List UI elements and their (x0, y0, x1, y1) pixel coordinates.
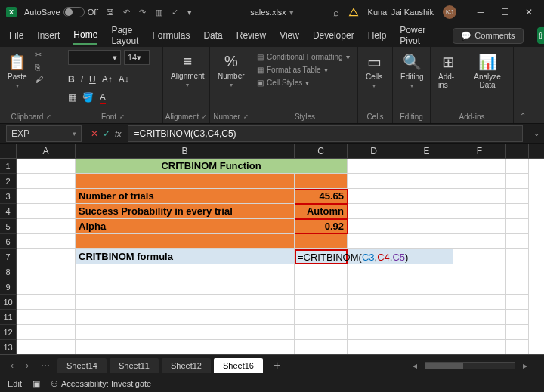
cell[interactable] (453, 325, 506, 340)
tab-view[interactable]: View (280, 27, 299, 44)
cell[interactable] (400, 159, 453, 174)
qat-dropdown-icon[interactable]: ▾ (187, 8, 192, 17)
format-painter-icon[interactable]: 🖌 (35, 75, 43, 84)
tab-file[interactable]: File (9, 27, 23, 44)
macro-record-icon[interactable]: ▣ (32, 379, 40, 389)
cell[interactable] (348, 159, 400, 174)
font-size-select[interactable]: 14 ▾ (124, 50, 150, 65)
cell[interactable] (17, 219, 76, 234)
minimize-button[interactable]: ─ (471, 7, 490, 17)
cell[interactable] (295, 174, 348, 189)
cell[interactable] (453, 204, 506, 219)
cell[interactable] (506, 219, 529, 234)
cell[interactable] (506, 295, 529, 310)
cell[interactable] (453, 295, 506, 310)
sheet-nav-prev[interactable]: ‹ (6, 360, 18, 371)
italic-button[interactable]: I (81, 74, 83, 85)
row-header[interactable]: 9 (0, 279, 17, 295)
avatar-icon[interactable]: KJ (443, 5, 456, 19)
tab-developer[interactable]: Developer (313, 27, 354, 44)
tab-help[interactable]: Help (368, 27, 387, 44)
cell[interactable]: Success Probability in every trial (76, 204, 295, 219)
sheet-nav-more[interactable]: ⋯ (36, 360, 54, 371)
cell[interactable] (295, 295, 348, 310)
cell[interactable] (348, 174, 400, 189)
toggle-icon[interactable] (63, 7, 85, 17)
number-button[interactable]: %Number▾ (215, 50, 248, 91)
cell-styles-button[interactable]: ▣Cell Styles ▾ (257, 79, 309, 87)
sheet-nav-next[interactable]: › (21, 360, 33, 371)
row-header[interactable]: 8 (0, 264, 17, 279)
cell[interactable] (348, 264, 400, 279)
formula-input[interactable]: =CRITBINOM(C3,C4,C5) (128, 125, 523, 142)
cell[interactable] (348, 234, 400, 249)
cell[interactable] (400, 234, 453, 249)
ribbon-collapse-button[interactable]: ⌃ (514, 47, 532, 123)
cell[interactable] (400, 295, 453, 310)
cell[interactable] (17, 174, 76, 189)
row-header[interactable]: 11 (0, 310, 17, 325)
col-header[interactable]: D (348, 144, 400, 158)
cell[interactable] (17, 340, 76, 354)
cell[interactable] (453, 159, 506, 174)
fill-color-icon[interactable]: 🪣 (82, 92, 94, 104)
cell[interactable] (348, 340, 400, 354)
cell[interactable] (17, 264, 76, 279)
cell[interactable] (400, 189, 453, 204)
cell[interactable] (400, 174, 453, 189)
editing-button[interactable]: 🔍Editing▾ (397, 50, 427, 92)
cell[interactable] (506, 340, 529, 354)
font-family-select[interactable]: ▾ (68, 50, 121, 65)
autosave-toggle[interactable]: AutoSave Off (24, 7, 98, 17)
col-header[interactable]: F (453, 144, 506, 158)
cell[interactable] (453, 340, 506, 354)
underline-button[interactable]: U (89, 74, 96, 85)
sheet-tab[interactable]: Sheet12 (162, 358, 211, 373)
row-header[interactable]: 6 (0, 234, 17, 249)
tab-review[interactable]: Review (236, 27, 266, 44)
cell[interactable] (400, 204, 453, 219)
row-header[interactable]: 7 (0, 249, 17, 264)
cell[interactable] (400, 264, 453, 279)
row-header[interactable]: 4 (0, 204, 17, 219)
cell[interactable] (348, 295, 400, 310)
cell[interactable] (506, 189, 529, 204)
tab-data[interactable]: Data (203, 27, 222, 44)
cell[interactable]: 45.65 (295, 189, 348, 204)
sheet-tab[interactable]: Sheet14 (57, 358, 107, 373)
save-icon[interactable]: 🖫 (106, 8, 114, 17)
cell[interactable] (506, 174, 529, 189)
cell[interactable] (17, 189, 76, 204)
cell[interactable] (453, 174, 506, 189)
cell[interactable]: 0.92 (295, 219, 348, 234)
undo-icon[interactable]: ↶ (123, 8, 130, 17)
cell[interactable] (76, 310, 295, 325)
cell[interactable] (400, 219, 453, 234)
cell[interactable] (76, 174, 295, 189)
cell[interactable] (506, 279, 529, 295)
cell[interactable]: Automn (295, 204, 348, 219)
enter-button[interactable]: ✓ (103, 128, 110, 139)
tab-formulas[interactable]: Formulas (152, 27, 190, 44)
tab-power-pivot[interactable]: Power Pivot (400, 22, 425, 49)
cell[interactable] (348, 310, 400, 325)
share-button[interactable]: ⇧▾ (537, 27, 544, 44)
select-all-corner[interactable] (0, 144, 17, 158)
row-header[interactable]: 10 (0, 295, 17, 310)
cut-icon[interactable]: ✂ (35, 50, 43, 60)
copy-icon[interactable]: ⎘ (35, 63, 43, 72)
expand-formula-bar-button[interactable]: ⌄ (529, 129, 544, 137)
user-name[interactable]: Kunal Jai Kaushik (368, 8, 434, 17)
cell[interactable] (506, 264, 529, 279)
cell[interactable] (453, 264, 506, 279)
col-header[interactable] (506, 144, 529, 158)
name-box[interactable]: EXP▾ (6, 125, 82, 142)
cell[interactable] (295, 325, 348, 340)
add-sheet-button[interactable]: + (266, 359, 288, 372)
sheet-tab-active[interactable]: Sheet16 (214, 358, 263, 373)
cell[interactable] (17, 279, 76, 295)
font-color-icon[interactable]: A (100, 92, 106, 104)
cell[interactable] (453, 249, 506, 264)
cell[interactable]: CRITBINOM formula (76, 249, 295, 264)
cell[interactable] (453, 310, 506, 325)
